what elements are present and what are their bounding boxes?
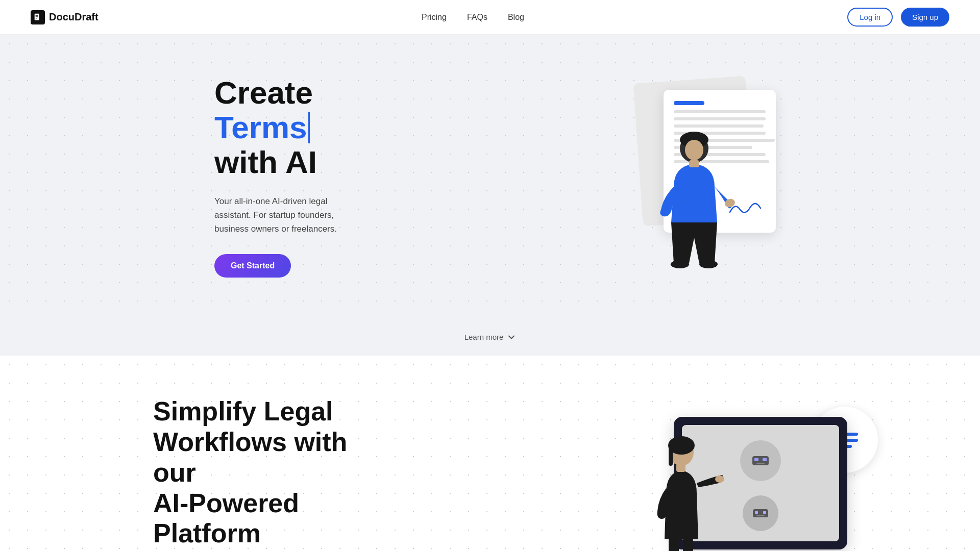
svg-point-6 <box>671 260 689 268</box>
svg-rect-15 <box>754 458 758 461</box>
svg-point-30 <box>715 475 724 483</box>
chevron-down-icon <box>507 333 516 341</box>
svg-rect-8 <box>689 160 699 167</box>
robot-face-icon <box>750 453 771 468</box>
hero-headline-with-ai: with AI <box>214 145 337 180</box>
svg-point-9 <box>685 140 703 160</box>
person-svg <box>633 120 735 273</box>
svg-rect-19 <box>755 511 758 514</box>
svg-rect-16 <box>763 458 767 461</box>
svg-rect-24 <box>669 445 673 466</box>
robot-face-small-icon <box>751 507 770 519</box>
person-female-svg <box>643 427 725 551</box>
signup-button[interactable]: Sign up <box>901 8 949 27</box>
cursor-blink <box>308 112 310 143</box>
svg-rect-1 <box>36 15 38 15</box>
hero-description: Your all-in-one AI-driven legal assistan… <box>214 194 337 236</box>
logo-text: DocuDraft <box>49 11 99 23</box>
lower-content: Simplify Legal Workflows with our AI-Pow… <box>0 396 357 549</box>
svg-rect-17 <box>756 463 765 464</box>
svg-rect-2 <box>36 16 38 17</box>
pricing-link[interactable]: Pricing <box>422 13 447 22</box>
hero-headline-terms: Terms <box>214 110 307 145</box>
svg-point-7 <box>699 260 718 268</box>
faqs-link[interactable]: FAQs <box>467 13 487 22</box>
lower-illustration <box>643 396 878 551</box>
learn-more-section[interactable]: Learn more <box>0 318 980 356</box>
hero-section: Create Terms with AI Your all-in-one AI-… <box>0 35 980 318</box>
blog-link[interactable]: Blog <box>508 13 524 22</box>
hero-illustration <box>623 80 837 273</box>
logo[interactable]: DocuDraft <box>31 10 99 24</box>
svg-rect-3 <box>36 17 38 18</box>
svg-rect-20 <box>763 511 766 514</box>
get-started-button[interactable]: Get Started <box>214 254 291 278</box>
robot-head-2 <box>743 495 778 531</box>
svg-rect-21 <box>756 515 765 516</box>
robot-head-1 <box>740 440 781 481</box>
logo-icon <box>31 10 45 24</box>
navbar: DocuDraft Pricing FAQs Blog Log in Sign … <box>0 0 980 35</box>
nav-links: Pricing FAQs Blog <box>422 13 524 22</box>
svg-rect-26 <box>683 538 693 551</box>
svg-rect-29 <box>676 464 685 472</box>
lower-heading: Simplify Legal Workflows with our AI-Pow… <box>153 396 357 549</box>
learn-more-label: Learn more <box>464 333 504 341</box>
svg-rect-25 <box>669 538 679 551</box>
hero-content: Create Terms with AI Your all-in-one AI-… <box>0 35 337 318</box>
nav-actions: Log in Sign up <box>847 8 949 27</box>
hero-headline-create: Create <box>214 76 337 110</box>
lower-section: Simplify Legal Workflows with our AI-Pow… <box>0 356 980 551</box>
login-button[interactable]: Log in <box>847 8 893 27</box>
